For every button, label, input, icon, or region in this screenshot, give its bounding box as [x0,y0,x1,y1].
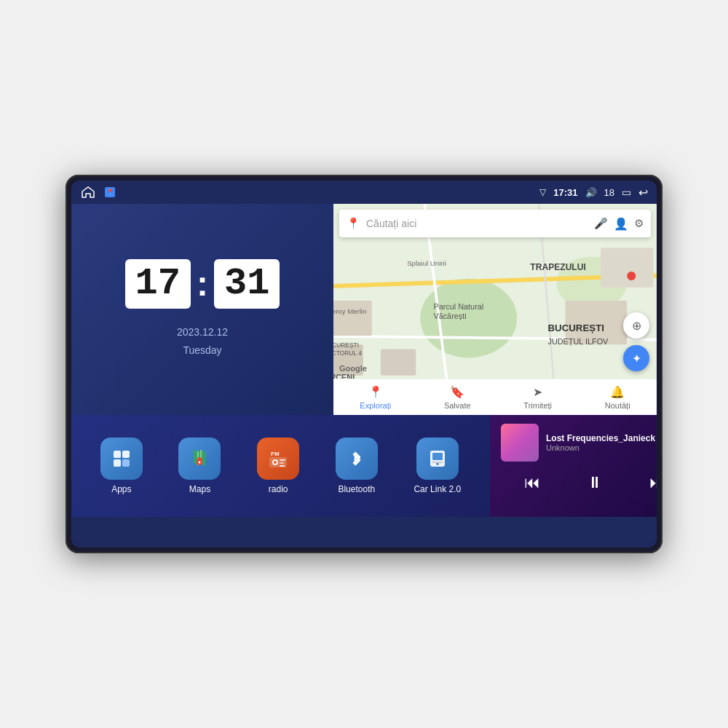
svg-rect-27 [114,451,121,458]
apps-label: Apps [111,484,131,494]
clock-colon: : [197,266,208,301]
app-shortcut-maps[interactable]: Maps [178,438,221,494]
map-nav-saved[interactable]: 🔖 Salvate [444,385,471,410]
map-pin-icon: 📍 [347,217,360,230]
svg-text:SECTORUL 4: SECTORUL 4 [333,349,362,357]
map-nav-explore[interactable]: 📍 Explorați [360,385,391,410]
map-nav-send[interactable]: ➤ Trimiteți [523,385,552,410]
svg-text:Leroy Merlin: Leroy Merlin [333,307,367,315]
svg-text:FM: FM [271,451,280,457]
signal-icon: ▽ [539,187,546,197]
svg-rect-28 [122,451,130,458]
map-nav-explore-label: Explorați [360,401,391,410]
map-nav-send-label: Trimiteți [523,401,552,410]
news-icon: 🔔 [610,385,625,399]
app-shortcut-apps[interactable]: Apps [100,438,143,494]
svg-rect-38 [280,462,284,464]
map-search-bar[interactable]: 📍 Căutați aici 🎤 👤 ⚙ [339,210,651,237]
layers-icon[interactable]: ⚙ [634,217,644,230]
play-pause-button[interactable]: ⏸ [579,470,610,495]
top-section: 17 : 31 2023.12.12 Tuesday 📍 Căutați aic… [71,204,657,415]
main-content: 17 : 31 2023.12.12 Tuesday 📍 Căutați aic… [71,204,657,547]
voice-search-icon[interactable]: 🎤 [594,217,608,230]
svg-rect-30 [122,459,130,467]
home-icon[interactable] [80,186,96,199]
svg-text:BUCUREȘTI: BUCUREȘTI [548,323,604,333]
map-search-actions: 🎤 👤 ⚙ [594,217,644,231]
screen: 📍 ▽ 17:31 🔊 18 ▭ ↩ 17 : [71,181,657,547]
music-controls: ⏮ ⏸ ⏭ [501,470,657,495]
music-thumbnail [501,424,539,462]
google-logo: Google [339,364,367,373]
app-shortcut-radio[interactable]: FM radio [257,438,299,494]
map-nav-news-label: Noutăți [605,401,630,410]
svg-point-32 [199,462,201,464]
svg-rect-14 [601,248,654,287]
explore-icon: 📍 [368,385,383,399]
apps-icon [100,438,143,480]
volume-icon: 🔊 [585,187,597,198]
svg-text:Văcărești: Văcărești [433,312,466,320]
svg-point-25 [627,272,636,280]
map-widget[interactable]: 📍 Căutați aici 🎤 👤 ⚙ [333,204,657,415]
clock-minute: 31 [214,259,280,309]
music-info: Lost Frequencies_Janieck Devy-... Unknow… [501,424,657,462]
app-shortcut-carlink[interactable]: Car Link 2.0 [414,438,461,494]
svg-text:📍: 📍 [106,188,115,197]
music-artist: Unknown [546,443,657,452]
status-right: ▽ 17:31 🔊 18 ▭ ↩ [539,186,648,199]
svg-rect-12 [381,349,416,375]
svg-rect-43 [432,462,443,463]
carlink-icon [416,438,459,480]
svg-text:Splaiul Unirii: Splaiul Unirii [407,259,446,267]
map-nav-news[interactable]: 🔔 Noutăți [605,385,630,410]
svg-text:BUCUREȘTI: BUCUREȘTI [333,341,359,349]
svg-rect-10 [333,301,372,336]
back-icon[interactable]: ↩ [638,186,648,199]
app-shortcut-bluetooth[interactable]: Bluetooth [336,438,378,494]
status-time: 17:31 [553,187,577,198]
map-search-placeholder[interactable]: Căutați aici [366,218,588,229]
status-left: 📍 [80,186,118,199]
music-title: Lost Frequencies_Janieck Devy-... [546,433,657,443]
bluetooth-label: Bluetooth [338,484,375,494]
clock-date-value: 2023.12.12 [177,323,228,341]
status-bar: 📍 ▽ 17:31 🔊 18 ▭ ↩ [71,181,657,204]
battery-icon: ▭ [622,186,631,198]
music-player: Lost Frequencies_Janieck Devy-... Unknow… [490,415,657,517]
map-location-fab[interactable]: ⊕ [623,312,649,339]
svg-rect-37 [280,459,285,461]
svg-text:JUDEȚUL ILFOV: JUDEȚUL ILFOV [548,337,609,346]
svg-rect-41 [432,453,443,460]
map-navigation-fab[interactable]: ✦ [623,345,649,371]
next-button[interactable]: ⏭ [642,470,657,495]
album-art [501,424,539,462]
svg-point-36 [274,461,277,464]
clock-widget: 17 : 31 2023.12.12 Tuesday [71,204,333,415]
prev-button[interactable]: ⏮ [517,470,547,495]
map-bottom-nav: 📍 Explorați 🔖 Salvate ➤ Trimiteți 🔔 [333,379,657,415]
battery-level: 18 [604,187,614,198]
radio-icon: FM [257,438,299,480]
app-shortcuts: Apps [71,415,490,517]
clock-hour: 17 [125,259,191,309]
bottom-section: Apps [71,415,657,517]
bluetooth-icon [336,438,378,480]
maps-label: Maps [189,484,210,494]
maps-shortcut-icon[interactable]: 📍 [102,186,118,199]
music-text: Lost Frequencies_Janieck Devy-... Unknow… [546,433,657,452]
svg-rect-29 [114,459,121,467]
car-head-unit: 📍 ▽ 17:31 🔊 18 ▭ ↩ 17 : [66,175,662,553]
account-icon[interactable]: 👤 [614,217,628,231]
clock-display: 17 : 31 [125,259,280,309]
radio-label: radio [269,484,288,494]
svg-text:Parcul Natural: Parcul Natural [433,302,483,311]
saved-icon: 🔖 [450,385,464,399]
svg-rect-39 [280,465,285,467]
clock-day: Tuesday [177,341,228,360]
map-nav-saved-label: Salvate [444,401,471,410]
carlink-label: Car Link 2.0 [414,484,461,494]
svg-text:TRAPEZULUI: TRAPEZULUI [530,262,585,272]
clock-date: 2023.12.12 Tuesday [177,323,228,360]
send-icon: ➤ [533,385,542,399]
